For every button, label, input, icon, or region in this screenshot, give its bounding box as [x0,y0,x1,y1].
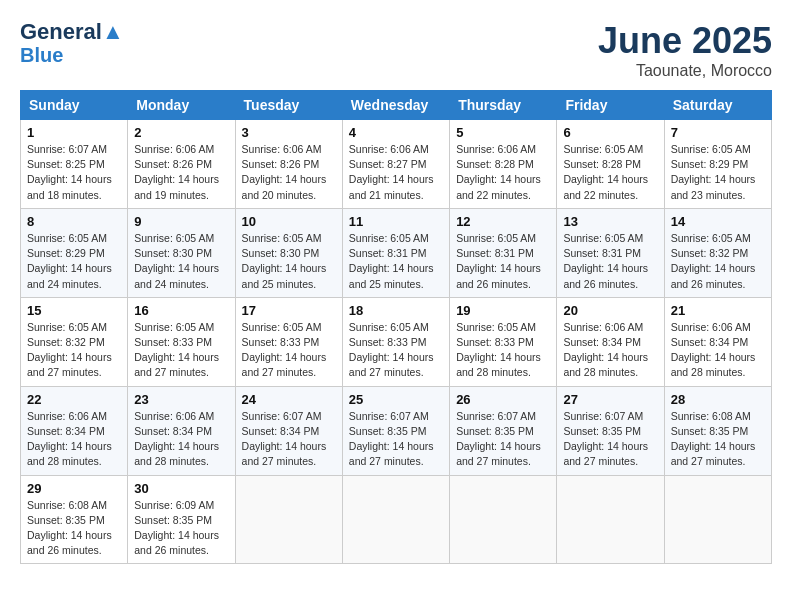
day-number: 21 [671,303,765,318]
calendar-cell: 19Sunrise: 6:05 AM Sunset: 8:33 PM Dayli… [450,297,557,386]
day-number: 16 [134,303,228,318]
day-number: 20 [563,303,657,318]
month-title: June 2025 [598,20,772,62]
calendar-cell: 20Sunrise: 6:06 AM Sunset: 8:34 PM Dayli… [557,297,664,386]
day-number: 28 [671,392,765,407]
day-number: 17 [242,303,336,318]
calendar-cell: 15Sunrise: 6:05 AM Sunset: 8:32 PM Dayli… [21,297,128,386]
calendar-cell: 5Sunrise: 6:06 AM Sunset: 8:28 PM Daylig… [450,120,557,209]
calendar-cell [450,475,557,564]
day-info: Sunrise: 6:06 AM Sunset: 8:27 PM Dayligh… [349,142,443,203]
day-number: 1 [27,125,121,140]
calendar-header-row: SundayMondayTuesdayWednesdayThursdayFrid… [21,91,772,120]
calendar-cell: 26Sunrise: 6:07 AM Sunset: 8:35 PM Dayli… [450,386,557,475]
logo-triangle-icon: ▲ [102,19,124,44]
calendar-cell: 6Sunrise: 6:05 AM Sunset: 8:28 PM Daylig… [557,120,664,209]
day-info: Sunrise: 6:06 AM Sunset: 8:26 PM Dayligh… [134,142,228,203]
day-info: Sunrise: 6:05 AM Sunset: 8:29 PM Dayligh… [27,231,121,292]
day-number: 6 [563,125,657,140]
day-info: Sunrise: 6:05 AM Sunset: 8:31 PM Dayligh… [563,231,657,292]
calendar-cell [235,475,342,564]
calendar-cell: 10Sunrise: 6:05 AM Sunset: 8:30 PM Dayli… [235,208,342,297]
day-info: Sunrise: 6:08 AM Sunset: 8:35 PM Dayligh… [27,498,121,559]
calendar-header-friday: Friday [557,91,664,120]
day-info: Sunrise: 6:05 AM Sunset: 8:30 PM Dayligh… [134,231,228,292]
day-number: 25 [349,392,443,407]
location-subtitle: Taounate, Morocco [598,62,772,80]
calendar-cell: 7Sunrise: 6:05 AM Sunset: 8:29 PM Daylig… [664,120,771,209]
day-info: Sunrise: 6:06 AM Sunset: 8:26 PM Dayligh… [242,142,336,203]
day-info: Sunrise: 6:07 AM Sunset: 8:35 PM Dayligh… [456,409,550,470]
calendar-cell: 9Sunrise: 6:05 AM Sunset: 8:30 PM Daylig… [128,208,235,297]
day-number: 19 [456,303,550,318]
calendar-cell: 28Sunrise: 6:08 AM Sunset: 8:35 PM Dayli… [664,386,771,475]
calendar-header-wednesday: Wednesday [342,91,449,120]
logo-text-line1: General▲ [20,20,124,44]
page-header: General▲ Blue June 2025 Taounate, Morocc… [20,20,772,80]
day-info: Sunrise: 6:08 AM Sunset: 8:35 PM Dayligh… [671,409,765,470]
day-number: 5 [456,125,550,140]
day-info: Sunrise: 6:06 AM Sunset: 8:34 PM Dayligh… [27,409,121,470]
day-info: Sunrise: 6:06 AM Sunset: 8:34 PM Dayligh… [563,320,657,381]
day-number: 3 [242,125,336,140]
calendar-cell: 29Sunrise: 6:08 AM Sunset: 8:35 PM Dayli… [21,475,128,564]
day-info: Sunrise: 6:07 AM Sunset: 8:25 PM Dayligh… [27,142,121,203]
calendar-cell [342,475,449,564]
day-info: Sunrise: 6:05 AM Sunset: 8:33 PM Dayligh… [242,320,336,381]
day-info: Sunrise: 6:05 AM Sunset: 8:31 PM Dayligh… [349,231,443,292]
day-info: Sunrise: 6:07 AM Sunset: 8:34 PM Dayligh… [242,409,336,470]
calendar-cell: 1Sunrise: 6:07 AM Sunset: 8:25 PM Daylig… [21,120,128,209]
day-info: Sunrise: 6:06 AM Sunset: 8:34 PM Dayligh… [671,320,765,381]
day-info: Sunrise: 6:05 AM Sunset: 8:33 PM Dayligh… [134,320,228,381]
calendar-cell: 13Sunrise: 6:05 AM Sunset: 8:31 PM Dayli… [557,208,664,297]
day-info: Sunrise: 6:07 AM Sunset: 8:35 PM Dayligh… [349,409,443,470]
calendar-cell: 11Sunrise: 6:05 AM Sunset: 8:31 PM Dayli… [342,208,449,297]
calendar-cell: 30Sunrise: 6:09 AM Sunset: 8:35 PM Dayli… [128,475,235,564]
day-info: Sunrise: 6:05 AM Sunset: 8:32 PM Dayligh… [671,231,765,292]
day-number: 10 [242,214,336,229]
day-number: 8 [27,214,121,229]
calendar-table: SundayMondayTuesdayWednesdayThursdayFrid… [20,90,772,564]
day-number: 14 [671,214,765,229]
calendar-cell: 23Sunrise: 6:06 AM Sunset: 8:34 PM Dayli… [128,386,235,475]
calendar-week-row: 1Sunrise: 6:07 AM Sunset: 8:25 PM Daylig… [21,120,772,209]
calendar-cell: 8Sunrise: 6:05 AM Sunset: 8:29 PM Daylig… [21,208,128,297]
day-info: Sunrise: 6:05 AM Sunset: 8:32 PM Dayligh… [27,320,121,381]
calendar-cell [557,475,664,564]
calendar-cell: 25Sunrise: 6:07 AM Sunset: 8:35 PM Dayli… [342,386,449,475]
day-number: 9 [134,214,228,229]
calendar-header-sunday: Sunday [21,91,128,120]
calendar-cell [664,475,771,564]
calendar-cell: 14Sunrise: 6:05 AM Sunset: 8:32 PM Dayli… [664,208,771,297]
calendar-header-monday: Monday [128,91,235,120]
day-number: 2 [134,125,228,140]
calendar-cell: 21Sunrise: 6:06 AM Sunset: 8:34 PM Dayli… [664,297,771,386]
calendar-week-row: 15Sunrise: 6:05 AM Sunset: 8:32 PM Dayli… [21,297,772,386]
calendar-week-row: 8Sunrise: 6:05 AM Sunset: 8:29 PM Daylig… [21,208,772,297]
day-number: 7 [671,125,765,140]
day-info: Sunrise: 6:05 AM Sunset: 8:33 PM Dayligh… [456,320,550,381]
calendar-cell: 12Sunrise: 6:05 AM Sunset: 8:31 PM Dayli… [450,208,557,297]
calendar-header-tuesday: Tuesday [235,91,342,120]
day-info: Sunrise: 6:06 AM Sunset: 8:28 PM Dayligh… [456,142,550,203]
day-number: 11 [349,214,443,229]
calendar-week-row: 29Sunrise: 6:08 AM Sunset: 8:35 PM Dayli… [21,475,772,564]
calendar-body: 1Sunrise: 6:07 AM Sunset: 8:25 PM Daylig… [21,120,772,564]
day-info: Sunrise: 6:05 AM Sunset: 8:29 PM Dayligh… [671,142,765,203]
day-number: 22 [27,392,121,407]
calendar-cell: 16Sunrise: 6:05 AM Sunset: 8:33 PM Dayli… [128,297,235,386]
logo: General▲ Blue [20,20,124,66]
day-number: 30 [134,481,228,496]
day-number: 18 [349,303,443,318]
day-info: Sunrise: 6:05 AM Sunset: 8:31 PM Dayligh… [456,231,550,292]
calendar-cell: 27Sunrise: 6:07 AM Sunset: 8:35 PM Dayli… [557,386,664,475]
day-info: Sunrise: 6:05 AM Sunset: 8:33 PM Dayligh… [349,320,443,381]
day-number: 15 [27,303,121,318]
title-area: June 2025 Taounate, Morocco [598,20,772,80]
day-info: Sunrise: 6:05 AM Sunset: 8:28 PM Dayligh… [563,142,657,203]
day-number: 24 [242,392,336,407]
day-number: 4 [349,125,443,140]
day-info: Sunrise: 6:09 AM Sunset: 8:35 PM Dayligh… [134,498,228,559]
calendar-header-thursday: Thursday [450,91,557,120]
day-number: 29 [27,481,121,496]
